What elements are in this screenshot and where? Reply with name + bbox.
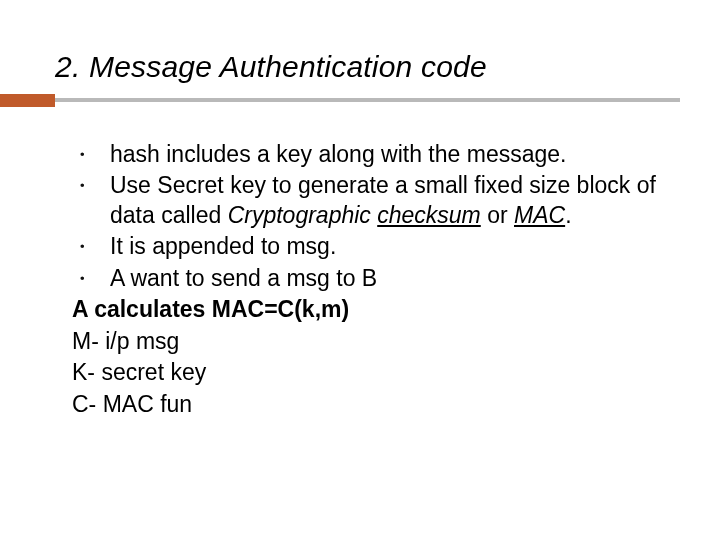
emphasis-text: Cryptographic	[228, 202, 378, 228]
slide-title: 2. Message Authentication code	[55, 50, 487, 83]
list-item: hash includes a key along with the messa…	[72, 140, 664, 169]
list-item: A want to send a msg to B	[72, 264, 664, 293]
bullet-text: hash includes a key along with the messa…	[110, 141, 566, 167]
list-item: It is appended to msg.	[72, 232, 664, 261]
underlined-term: MAC	[514, 202, 565, 228]
slide: 2. Message Authentication code hash incl…	[0, 0, 720, 540]
formula-line: A calculates MAC=C(k,m)	[72, 295, 664, 324]
definition-line: M- i/p msg	[72, 327, 664, 356]
definition-line: K- secret key	[72, 358, 664, 387]
underlined-term: checksum	[377, 202, 481, 228]
list-item: Use Secret key to generate a small fixed…	[72, 171, 664, 230]
slide-body: hash includes a key along with the messa…	[72, 140, 664, 419]
bullet-list: hash includes a key along with the messa…	[72, 140, 664, 293]
definition-line: C- MAC fun	[72, 390, 664, 419]
bullet-text: or	[481, 202, 514, 228]
accent-box	[0, 94, 55, 107]
slide-title-block: 2. Message Authentication code	[55, 50, 680, 84]
bullet-text: A want to send a msg to B	[110, 265, 377, 291]
title-underline	[55, 98, 680, 102]
bullet-text: It is appended to msg.	[110, 233, 336, 259]
bullet-text: .	[565, 202, 571, 228]
